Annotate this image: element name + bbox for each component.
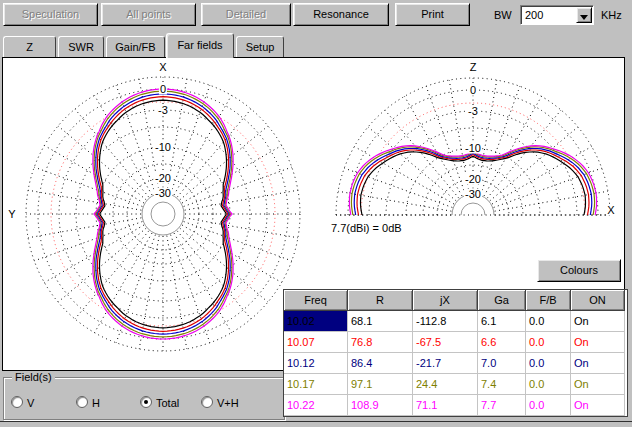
radio-label-total: Total [156, 397, 179, 409]
grid-ring [96, 147, 230, 281]
table-cell-r1c5[interactable]: 0.0 [526, 311, 571, 332]
pattern-curve-10.07 [98, 97, 229, 332]
grid-spoke [185, 190, 298, 210]
table-cell-r5c6[interactable]: On [571, 395, 625, 416]
ring-label--20dB: -20 [154, 173, 172, 184]
table-cell-r5c3[interactable]: 71.1 [413, 395, 478, 416]
ring-label-0dB: 0 [469, 85, 477, 96]
grid-spoke [185, 218, 298, 238]
chevron-down-icon [580, 15, 588, 24]
table-cell-r2c1[interactable]: 10.07 [284, 332, 348, 353]
table-header-row: FreqRjXGaF/BON [284, 290, 627, 311]
ring-label--10dB: -10 [154, 142, 172, 153]
radio-dot [144, 400, 148, 404]
radio-field-vplush[interactable] [201, 396, 213, 408]
table-cell-r5c2[interactable]: 108.9 [348, 395, 413, 416]
bw-dropdown-button[interactable] [576, 7, 592, 23]
ring-label--20dB: -20 [464, 174, 482, 185]
ring-label--3dB: -3 [467, 106, 479, 117]
tab-swr[interactable]: SWR [58, 36, 104, 57]
bw-label: BW [494, 9, 512, 21]
grid-spoke [426, 86, 465, 194]
azimuth-pattern [26, 77, 300, 351]
grid-red-ring [51, 102, 275, 326]
table-cell-r4c2[interactable]: 97.1 [348, 374, 413, 395]
grid-ring [76, 127, 250, 301]
table-header-on[interactable]: ON [571, 290, 625, 311]
table-row: 10.22108.971.17.70.0On [284, 395, 627, 416]
fields-legend: Field(s) [12, 371, 55, 383]
table-cell-r3c3[interactable]: -21.7 [413, 353, 478, 374]
tab-far-fields[interactable]: Far fields [166, 33, 234, 58]
resonance-button[interactable]: Resonance [293, 3, 389, 26]
pattern-curve-10.17 [94, 91, 232, 337]
grid-center-ring [142, 193, 184, 235]
radio-field-v[interactable] [11, 396, 23, 408]
table-header-jx[interactable]: jX [413, 290, 478, 311]
all-points-button[interactable]: All points [101, 3, 196, 26]
table-cell-r1c1[interactable]: 10.02 [284, 311, 348, 332]
ring-label--3dB: -3 [157, 105, 169, 116]
table-cell-r5c4[interactable]: 7.7 [478, 395, 526, 416]
grid-center-ring [461, 203, 485, 215]
table-cell-r1c4[interactable]: 6.1 [478, 311, 526, 332]
tab-setup[interactable]: Setup [236, 36, 284, 57]
table-cell-r1c3[interactable]: -112.8 [413, 311, 478, 332]
grid-spoke [34, 222, 142, 261]
ring-label--30dB: -30 [154, 188, 172, 199]
table-header-freq[interactable]: Freq [284, 290, 348, 311]
detailed-button[interactable]: Detailed [201, 3, 291, 26]
ring-label-0dB: 0 [159, 84, 167, 95]
grid-frame-ring [26, 77, 300, 351]
table-cell-r2c2[interactable]: 76.8 [348, 332, 413, 353]
table-cell-r5c5[interactable]: 0.0 [526, 395, 571, 416]
table-header-fb[interactable]: F/B [526, 290, 571, 311]
table-cell-r4c5[interactable]: 0.0 [526, 374, 571, 395]
grid-spoke [28, 218, 141, 238]
far-fields-window: Speculation All points Detailed Resonanc… [0, 0, 632, 427]
table-cell-r1c2[interactable]: 68.1 [348, 311, 413, 332]
radio-label-vplush: V+H [217, 397, 239, 409]
print-button[interactable]: Print [395, 3, 470, 26]
bottom-divider [0, 421, 632, 422]
table-cell-r2c5[interactable]: 0.0 [526, 332, 571, 353]
table-cell-r3c4[interactable]: 7.0 [478, 353, 526, 374]
radio-label-v: V [27, 397, 34, 409]
ring-label--10dB: -10 [464, 143, 482, 154]
ring-label--30dB: -30 [464, 189, 482, 200]
table-cell-r4c1[interactable]: 10.17 [284, 374, 348, 395]
axis-label-z: Z [469, 62, 478, 73]
axis-label-x: X [158, 62, 167, 73]
colours-button[interactable]: Colours [537, 259, 621, 282]
grid-spoke [139, 236, 159, 349]
radio-label-h: H [92, 397, 100, 409]
table-cell-r2c3[interactable]: -67.5 [413, 332, 478, 353]
axis-label-x: X [606, 205, 615, 216]
table-cell-r3c1[interactable]: 10.12 [284, 353, 348, 374]
table-header-ga[interactable]: Ga [478, 290, 526, 311]
table-cell-r4c4[interactable]: 7.4 [478, 374, 526, 395]
table-cell-r1c6[interactable]: On [571, 311, 625, 332]
table-cell-r3c6[interactable]: On [571, 353, 625, 374]
tab-z[interactable]: Z [3, 36, 56, 57]
grid-spoke [184, 222, 292, 261]
table-header-r[interactable]: R [348, 290, 413, 311]
radio-field-total[interactable] [140, 396, 152, 408]
table-cell-r4c3[interactable]: 24.4 [413, 374, 478, 395]
table-row: 10.0268.1-112.86.10.0On [284, 311, 627, 332]
table-cell-r4c6[interactable]: On [571, 374, 625, 395]
table-cell-r3c5[interactable]: 0.0 [526, 353, 571, 374]
table-cell-r3c2[interactable]: 86.4 [348, 353, 413, 374]
radio-field-h[interactable] [76, 396, 88, 408]
grid-spoke [167, 236, 187, 349]
table-cell-r2c4[interactable]: 6.6 [478, 332, 526, 353]
tab-gain-fb[interactable]: Gain/FB [106, 36, 165, 57]
axis-label-y: Y [7, 209, 16, 220]
speculation-button[interactable]: Speculation [3, 3, 98, 26]
table-cell-r5c1[interactable]: 10.22 [284, 395, 348, 416]
bw-combobox[interactable]: 200 [520, 5, 594, 25]
table-cell-r2c6[interactable]: On [571, 332, 625, 353]
grid-spoke [184, 167, 292, 206]
grid-spoke [481, 86, 520, 194]
frequency-table: FreqRjXGaF/BON10.0268.1-112.86.10.0On10.… [283, 289, 628, 417]
